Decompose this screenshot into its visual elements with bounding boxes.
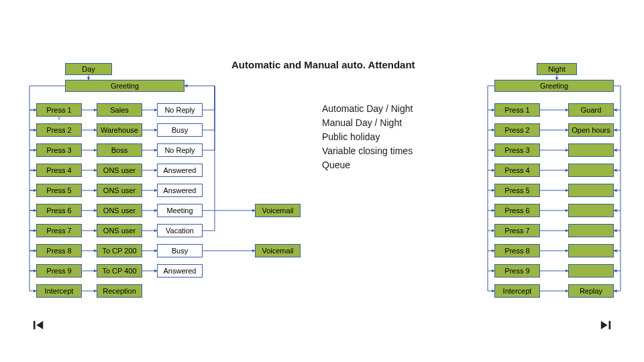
night-header: Night [537,63,577,75]
day-status-6: Meeting [157,204,203,217]
night-dest-2: Open hours [568,123,614,137]
night-press-7: Press 7 [494,224,540,237]
day-press-5: Press 5 [36,184,82,197]
day-press-8: Press 8 [36,244,82,257]
next-slide-icon[interactable] [600,319,612,331]
night-dest-9 [568,264,614,278]
day-status-1: No Reply [157,103,203,117]
day-press-7: Press 7 [36,224,82,237]
night-dest-8 [568,244,614,257]
day-press-2: Press 2 [36,123,82,137]
day-dest-1: Sales [97,103,142,117]
night-dest-intercept: Replay [568,284,614,298]
night-press-1: Press 1 [494,103,540,117]
day-status-3: No Reply [157,143,203,157]
center-line-2: Manual Day / Night [322,116,413,130]
svg-rect-63 [34,321,36,330]
day-dest-8: To CP 200 [97,244,142,257]
day-voicemail-8: Voicemail [255,244,301,257]
day-status-4: Answered [157,164,203,177]
day-voicemail-6: Voicemail [255,204,301,217]
night-press-4: Press 4 [494,164,540,177]
day-status-7: Vacation [157,224,203,237]
night-press-8: Press 8 [494,244,540,257]
night-press-6: Press 6 [494,204,540,217]
day-press-4: Press 4 [36,164,82,177]
day-press-3: Press 3 [36,143,82,157]
day-header: Day [65,63,112,75]
day-dest-2: Warehouse [97,123,142,137]
night-dest-4 [568,164,614,177]
night-dest-5 [568,184,614,197]
night-dest-7 [568,224,614,237]
svg-marker-66 [601,321,608,330]
center-line-4: Variable closing times [322,144,413,158]
day-status-9: Answered [157,264,203,278]
night-dest-6 [568,204,614,217]
day-dest-7: ONS user [97,224,142,237]
svg-rect-65 [609,321,611,330]
connector-lines [0,0,644,362]
day-dest-5: ONS user [97,184,142,197]
center-line-1: Automatic Day / Night [322,102,413,116]
center-line-3: Public holiday [322,130,413,144]
night-press-5: Press 5 [494,184,540,197]
diagram-title: Automatic and Manual auto. Attendant [231,59,415,70]
center-note: Automatic Day / Night Manual Day / Night… [322,102,413,172]
night-press-9: Press 9 [494,264,540,278]
prev-slide-icon[interactable] [32,319,44,331]
day-press-9: Press 9 [36,264,82,278]
day-dest-3: Boss [97,143,142,157]
day-status-5: Answered [157,184,203,197]
center-line-5: Queue [322,158,413,172]
day-dest-6: ONS user [97,204,142,217]
day-greeting: Greeting [65,80,184,92]
night-press-3: Press 3 [494,143,540,157]
night-dest-3 [568,143,614,157]
night-press-intercept: Intercept [494,284,540,298]
day-dest-9: To CP 400 [97,264,142,278]
day-press-6: Press 6 [36,204,82,217]
svg-marker-64 [36,321,43,330]
night-dest-1: Guard [568,103,614,117]
night-press-2: Press 2 [494,123,540,137]
day-press-intercept: Intercept [36,284,82,298]
day-status-8: Busy [157,244,203,257]
day-press-1: Press 1 [36,103,82,117]
night-greeting: Greeting [494,80,614,92]
day-status-2: Busy [157,123,203,137]
day-dest-intercept: Reception [97,284,142,298]
day-dest-4: ONS user [97,164,142,177]
